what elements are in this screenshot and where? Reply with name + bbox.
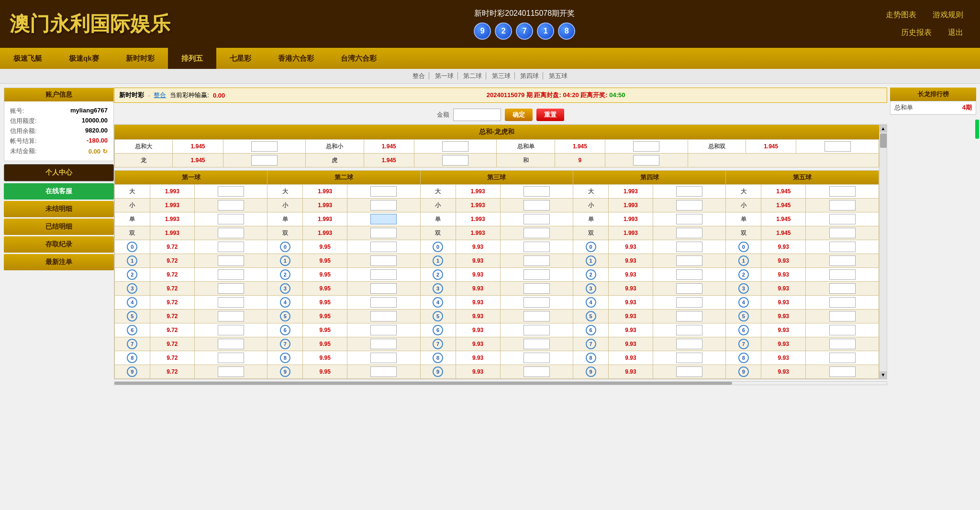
b2-9-input[interactable] — [370, 366, 397, 377]
b2-1-input[interactable] — [370, 255, 397, 266]
b4-odd-input[interactable] — [676, 214, 702, 224]
b3-5-input[interactable] — [523, 311, 550, 322]
b4-4-input[interactable] — [676, 297, 702, 308]
total-big-input[interactable] — [251, 141, 278, 152]
he-input[interactable] — [633, 155, 659, 166]
b3-1-input[interactable] — [523, 255, 550, 266]
tiger-input[interactable] — [442, 155, 468, 166]
b4-2-input[interactable] — [676, 269, 702, 280]
b4-big-input[interactable] — [676, 186, 702, 197]
b1-0-input[interactable] — [218, 242, 244, 252]
b1-3-input[interactable] — [218, 283, 244, 294]
b1-small-input[interactable] — [218, 200, 244, 211]
b1-7-input[interactable] — [218, 339, 244, 349]
b1-4-input[interactable] — [218, 297, 244, 308]
subnav-ball1[interactable]: 第一球 — [431, 72, 458, 79]
b1-even-input[interactable] — [218, 228, 244, 238]
b1-odd-input[interactable] — [218, 214, 244, 224]
scroll-down-button[interactable]: ▼ — [880, 371, 887, 379]
b3-6-input[interactable] — [523, 325, 550, 335]
b1-5-input[interactable] — [218, 311, 244, 322]
horizontal-scrollbar[interactable] — [114, 381, 887, 385]
b4-6-input[interactable] — [676, 325, 702, 335]
b5-small-input[interactable] — [829, 200, 856, 211]
nav-logout[interactable]: 退出 — [948, 28, 963, 38]
b3-even-input[interactable] — [523, 228, 550, 238]
b5-4-input[interactable] — [829, 297, 856, 308]
b2-5-input[interactable] — [370, 311, 397, 322]
b2-2-input[interactable] — [370, 269, 397, 280]
b3-big-input[interactable] — [523, 186, 550, 197]
b4-7-input[interactable] — [676, 339, 702, 349]
b4-9-input[interactable] — [676, 366, 702, 377]
b4-0-input[interactable] — [676, 242, 702, 252]
b2-even-input[interactable] — [370, 228, 397, 238]
menu-latest-bets[interactable]: 最新注单 — [4, 254, 114, 270]
confirm-button[interactable]: 确定 — [505, 109, 533, 121]
nav-taiwan[interactable]: 台湾六合彩 — [327, 48, 390, 69]
b2-3-input[interactable] — [370, 283, 397, 294]
b4-8-input[interactable] — [676, 353, 702, 363]
scroll-thumb[interactable] — [880, 133, 887, 148]
b5-8-input[interactable] — [829, 353, 856, 363]
menu-online-service[interactable]: 在线客服 — [4, 183, 114, 200]
vertical-scrollbar[interactable]: ▲ ▼ — [879, 125, 887, 379]
b3-3-input[interactable] — [523, 283, 550, 294]
subnav-ball4[interactable]: 第四球 — [516, 72, 543, 79]
b2-0-input[interactable] — [370, 242, 397, 252]
b4-even-input[interactable] — [676, 228, 702, 238]
b2-big-input[interactable] — [370, 186, 397, 197]
b2-7-input[interactable] — [370, 339, 397, 349]
nav-speed-qk[interactable]: 极速qk赛 — [56, 48, 112, 69]
h-scroll-thumb[interactable] — [114, 382, 732, 385]
b1-big-input[interactable] — [218, 186, 244, 197]
amount-input[interactable] — [453, 109, 501, 121]
nav-qixingcai[interactable]: 七星彩 — [216, 48, 265, 69]
bet-link[interactable]: 整合 — [154, 91, 166, 100]
b4-3-input[interactable] — [676, 283, 702, 294]
menu-deposit-record[interactable]: 存取纪录 — [4, 236, 114, 253]
b3-small-input[interactable] — [523, 200, 550, 211]
b2-8-input[interactable] — [370, 353, 397, 363]
b1-6-input[interactable] — [218, 325, 244, 335]
subnav-ball5[interactable]: 第五球 — [545, 72, 571, 79]
b2-odd-input[interactable] — [370, 214, 397, 224]
nav-pailiewu[interactable]: 排列五 — [168, 48, 216, 69]
b3-8-input[interactable] — [523, 353, 550, 363]
total-even-input[interactable] — [824, 141, 851, 152]
b1-8-input[interactable] — [218, 353, 244, 363]
nav-new-time-lottery[interactable]: 新时时彩 — [112, 48, 168, 69]
total-odd-input[interactable] — [633, 141, 659, 152]
b5-0-input[interactable] — [829, 242, 856, 252]
b1-9-input[interactable] — [218, 366, 244, 377]
reset-button[interactable]: 重置 — [536, 109, 564, 121]
b4-1-input[interactable] — [676, 255, 702, 266]
b3-2-input[interactable] — [523, 269, 550, 280]
b4-small-input[interactable] — [676, 200, 702, 211]
nav-hongkong[interactable]: 香港六合彩 — [265, 48, 327, 69]
b5-5-input[interactable] — [829, 311, 856, 322]
menu-settled-detail[interactable]: 已结明细 — [4, 219, 114, 235]
nav-history-report[interactable]: 历史报表 — [901, 28, 932, 38]
subnav-ball3[interactable]: 第三球 — [488, 72, 515, 79]
b2-4-input[interactable] — [370, 297, 397, 308]
b5-2-input[interactable] — [829, 269, 856, 280]
nav-game-rules[interactable]: 游戏规则 — [933, 10, 963, 20]
b5-3-input[interactable] — [829, 283, 856, 294]
scroll-up-button[interactable]: ▲ — [880, 125, 887, 133]
b1-1-input[interactable] — [218, 255, 244, 266]
b3-odd-input[interactable] — [523, 214, 550, 224]
subnav-zonghe[interactable]: 整合 — [409, 72, 429, 79]
nav-trend-chart[interactable]: 走势图表 — [886, 10, 916, 20]
b3-9-input[interactable] — [523, 366, 550, 377]
b3-7-input[interactable] — [523, 339, 550, 349]
subnav-ball2[interactable]: 第二球 — [459, 72, 486, 79]
b4-5-input[interactable] — [676, 311, 702, 322]
menu-unsettled-detail[interactable]: 未结明细 — [4, 201, 114, 217]
refresh-icon[interactable]: ↻ — [102, 148, 108, 155]
b3-0-input[interactable] — [523, 242, 550, 252]
b5-7-input[interactable] — [829, 339, 856, 349]
b5-6-input[interactable] — [829, 325, 856, 335]
dragon-input[interactable] — [251, 155, 278, 166]
b5-9-input[interactable] — [829, 366, 856, 377]
